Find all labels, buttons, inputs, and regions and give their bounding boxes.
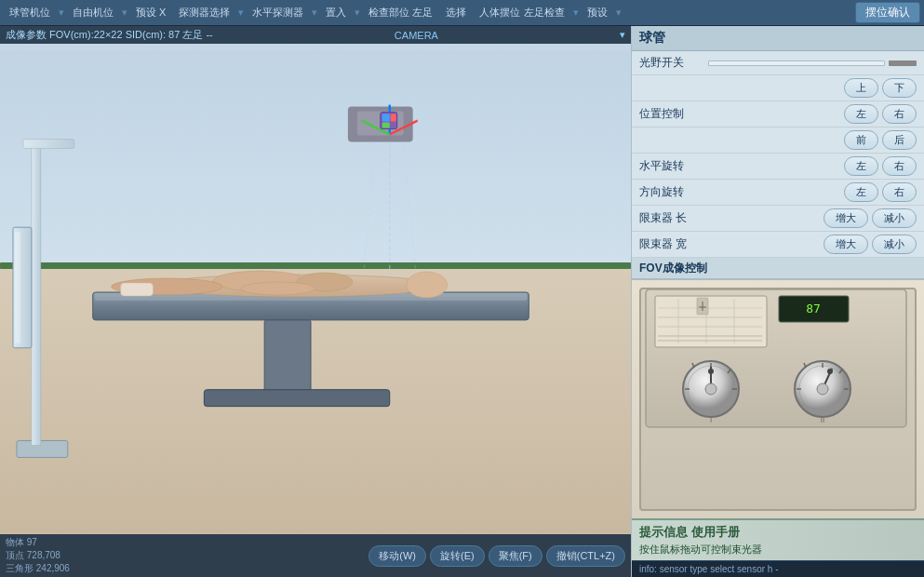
viewport-3d[interactable]: 成像参数 FOV(cm):22×22 SID(cm): 87 左足 -- CAM… bbox=[0, 26, 631, 577]
rotate-button[interactable]: 旋转(E) bbox=[430, 545, 485, 567]
machine-image-area: 87 bbox=[632, 279, 924, 518]
fov-control-label: FOV成像控制 bbox=[632, 258, 924, 279]
toolbar-sep-4: ▾ bbox=[311, 7, 318, 19]
status-bar: info: sensor type select sensor h - bbox=[632, 560, 924, 577]
hint-text: 按住鼠标拖动可控制束光器 bbox=[639, 543, 917, 557]
btn-left[interactable]: 左 bbox=[844, 104, 878, 124]
svg-rect-4 bbox=[32, 143, 41, 445]
toolbar-item-select[interactable]: 选择 bbox=[440, 4, 472, 21]
viewport-bottom-bar: 物体 97 顶点 728,708 三角形 242,906 移动(W) 旋转(E)… bbox=[0, 534, 631, 577]
btn-up[interactable]: 上 bbox=[844, 78, 878, 98]
svg-rect-30 bbox=[121, 283, 154, 296]
toolbar-sep-2: ▾ bbox=[121, 7, 128, 19]
toolbar: 球管机位 ▾ 自由机位 ▾ 预设 X 探测器选择 ▾ 水平探测器 ▾ 置入 ▾ … bbox=[0, 0, 924, 26]
btn-d-rotate-right[interactable]: 右 bbox=[882, 182, 917, 202]
btn-col-wid-increase[interactable]: 增大 bbox=[824, 235, 868, 254]
toolbar-item-place[interactable]: 置入 bbox=[320, 4, 352, 21]
svg-rect-16 bbox=[382, 123, 390, 128]
toolbar-item-body-position[interactable]: 人体摆位 左足检查 bbox=[474, 4, 569, 21]
svg-rect-2 bbox=[0, 262, 631, 269]
viewport-stats: 物体 97 顶点 728,708 三角形 242,906 bbox=[6, 536, 365, 575]
btn-col-len-increase[interactable]: 增大 bbox=[824, 208, 868, 228]
svg-rect-23 bbox=[204, 390, 389, 407]
btn-col-wid-decrease[interactable]: 减小 bbox=[872, 235, 917, 254]
toolbar-item-horizontal-detector[interactable]: 水平探测器 bbox=[247, 4, 309, 21]
svg-rect-0 bbox=[0, 51, 631, 274]
stats-body: 物体 97 bbox=[6, 536, 365, 549]
svg-point-64 bbox=[827, 369, 833, 374]
svg-point-54 bbox=[708, 369, 714, 374]
svg-rect-32 bbox=[655, 296, 767, 347]
toolbar-item-detector-select[interactable]: 探测器选择 bbox=[173, 4, 235, 21]
panel-title: 球管 bbox=[632, 26, 924, 51]
viewport-info-bar: 成像参数 FOV(cm):22×22 SID(cm): 87 左足 -- CAM… bbox=[0, 26, 631, 44]
camera-dropdown-icon[interactable]: ▾ bbox=[620, 29, 625, 41]
control-row-up-down: 上 下 bbox=[632, 75, 924, 101]
stats-vertex: 顶点 728,708 bbox=[6, 549, 365, 562]
toolbar-item-free-position[interactable]: 自由机位 bbox=[67, 4, 119, 21]
svg-text:I: I bbox=[710, 416, 712, 424]
svg-point-65 bbox=[817, 383, 828, 395]
btn-d-rotate-left[interactable]: 左 bbox=[844, 182, 878, 202]
control-row-light-switch: 光野开关 bbox=[632, 51, 924, 75]
focus-button[interactable]: 聚焦(F) bbox=[489, 545, 542, 567]
svg-rect-7 bbox=[15, 232, 20, 343]
label-collimator-width: 限束器 宽 bbox=[639, 236, 704, 252]
btn-group-d-rotate: 左 右 bbox=[844, 182, 917, 202]
btn-group-front-back: 前 后 bbox=[844, 130, 917, 150]
btn-back[interactable]: 后 bbox=[882, 130, 917, 150]
viewport-params: 成像参数 FOV(cm):22×22 SID(cm): 87 左足 -- bbox=[6, 28, 213, 42]
toolbar-sep-1: ▾ bbox=[58, 7, 65, 19]
control-row-direction-rotate: 方向旋转 左 右 bbox=[632, 180, 924, 206]
btn-front[interactable]: 前 bbox=[844, 130, 878, 150]
svg-point-26 bbox=[407, 272, 448, 298]
status-text: info: sensor type select sensor h - bbox=[639, 564, 779, 574]
toolbar-sep-7: ▾ bbox=[615, 7, 623, 19]
toolbar-sep-6: ▾ bbox=[572, 7, 580, 19]
scene-svg bbox=[0, 45, 631, 540]
btn-group-collimator-width: 增大 减小 bbox=[824, 235, 917, 254]
right-panel: 球管 光野开关 上 下 位置控制 左 右 bbox=[631, 26, 924, 577]
hint-title: 提示信息 使用手册 bbox=[639, 524, 917, 541]
svg-rect-14 bbox=[382, 114, 390, 122]
svg-point-55 bbox=[705, 383, 716, 395]
stats-triangle: 三角形 242,906 bbox=[6, 562, 365, 575]
light-switch-bar bbox=[708, 60, 885, 66]
label-horizontal-rotate: 水平旋转 bbox=[639, 158, 704, 174]
svg-rect-5 bbox=[23, 139, 74, 148]
btn-group-up-down: 上 下 bbox=[844, 78, 917, 98]
label-light-switch: 光野开关 bbox=[639, 55, 704, 71]
svg-rect-3 bbox=[17, 441, 68, 458]
move-button[interactable]: 移动(W) bbox=[368, 545, 426, 567]
label-collimator-length: 限束器 长 bbox=[639, 210, 704, 226]
btn-group-left-right: 左 右 bbox=[844, 104, 917, 124]
svg-rect-22 bbox=[264, 320, 311, 395]
control-row-position: 位置控制 左 右 bbox=[632, 101, 924, 127]
label-position: 位置控制 bbox=[639, 106, 704, 122]
label-direction-rotate: 方向旋转 bbox=[639, 184, 704, 200]
control-row-collimator-width: 限束器 宽 增大 减小 bbox=[632, 232, 924, 258]
svg-text:II: II bbox=[821, 416, 824, 424]
svg-text:87: 87 bbox=[806, 302, 821, 315]
btn-h-rotate-left[interactable]: 左 bbox=[844, 156, 878, 176]
toolbar-item-ball-position[interactable]: 球管机位 bbox=[4, 4, 56, 21]
control-row-front-back: 前 后 bbox=[632, 127, 924, 154]
btn-down[interactable]: 下 bbox=[882, 78, 917, 98]
svg-rect-15 bbox=[391, 114, 396, 122]
btn-group-h-rotate: 左 右 bbox=[844, 156, 917, 176]
toolbar-sep-3: ▾ bbox=[237, 7, 245, 19]
main-area: 成像参数 FOV(cm):22×22 SID(cm): 87 左足 -- CAM… bbox=[0, 26, 924, 577]
confirm-button[interactable]: 摆位确认 bbox=[855, 2, 920, 23]
svg-point-29 bbox=[241, 282, 315, 295]
hint-bar: 提示信息 使用手册 按住鼠标拖动可控制束光器 bbox=[632, 518, 924, 560]
toolbar-sep-5: ▾ bbox=[354, 7, 361, 19]
btn-right[interactable]: 右 bbox=[882, 104, 917, 124]
btn-group-collimator-length: 增大 减小 bbox=[824, 208, 917, 228]
toolbar-item-preset2[interactable]: 预设 bbox=[582, 4, 613, 21]
toolbar-item-check-part[interactable]: 检查部位 左足 bbox=[363, 4, 438, 21]
btn-h-rotate-right[interactable]: 右 bbox=[882, 156, 917, 176]
undo-button[interactable]: 撤销(CTL+Z) bbox=[546, 545, 625, 567]
btn-col-len-decrease[interactable]: 减小 bbox=[872, 208, 917, 228]
toolbar-item-preset[interactable]: 预设 X bbox=[130, 4, 171, 21]
control-row-collimator-length: 限束器 长 增大 减小 bbox=[632, 206, 924, 232]
